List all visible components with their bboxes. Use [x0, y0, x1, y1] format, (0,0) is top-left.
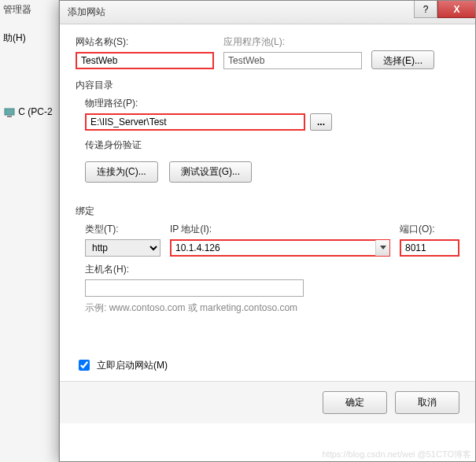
help-icon: ? [423, 4, 429, 15]
cancel-button[interactable]: 取消 [395, 391, 459, 414]
titlebar-close-button[interactable]: X [437, 1, 475, 18]
app-pool-input [223, 52, 362, 69]
phys-path-input[interactable] [85, 113, 305, 131]
type-select[interactable]: http [85, 239, 161, 257]
titlebar-help-button[interactable]: ? [414, 1, 437, 18]
dialog-footer: 确定 取消 [60, 381, 475, 423]
phys-path-label: 物理路径(P): [85, 97, 459, 110]
dialog-title: 添加网站 [68, 6, 105, 19]
bg-help-menu[interactable]: 助(H) [3, 31, 26, 45]
close-icon: X [453, 4, 459, 15]
app-pool-label: 应用程序池(L): [223, 35, 362, 49]
pass-auth-label: 传递身份验证 [85, 139, 459, 152]
computer-icon [3, 106, 16, 119]
binding-label: 绑定 [76, 205, 459, 218]
titlebar[interactable]: 添加网站 ? X [60, 1, 475, 24]
site-name-label: 网站名称(S): [76, 35, 214, 49]
start-immediately-checkbox[interactable] [79, 360, 90, 371]
browse-button[interactable]: ... [310, 113, 332, 131]
connect-as-button[interactable]: 连接为(C)... [85, 161, 158, 183]
test-settings-button[interactable]: 测试设置(G)... [169, 161, 252, 183]
tree-node-label: C (PC-2 [18, 106, 52, 117]
chevron-down-icon [380, 246, 386, 250]
ip-input[interactable] [170, 239, 390, 257]
hostname-label: 主机名(H): [85, 263, 459, 276]
svg-rect-1 [7, 116, 12, 117]
hostname-input[interactable] [85, 279, 304, 297]
dialog-body: 网站名称(S): 应用程序池(L): 选择(E)... 内容目录 物理路径(P)… [60, 24, 475, 381]
select-pool-button[interactable]: 选择(E)... [371, 50, 434, 69]
bg-manager-text: 管理器 [0, 0, 58, 20]
content-dir-label: 内容目录 [76, 79, 459, 92]
add-website-dialog: 添加网站 ? X 网站名称(S): 应用程序池(L): 选择(E)... 内容目… [59, 0, 476, 462]
svg-rect-0 [5, 109, 14, 115]
background-panel: 管理器 助(H) C (PC-2 [0, 0, 59, 462]
hostname-example: 示例: www.contoso.com 或 marketing.contoso.… [85, 301, 459, 315]
ok-button[interactable]: 确定 [323, 391, 387, 414]
type-label: 类型(T): [85, 223, 161, 236]
port-input[interactable] [400, 239, 459, 257]
bg-tree-node[interactable]: C (PC-2 [3, 106, 54, 119]
start-immediately-label: 立即启动网站(M) [97, 359, 168, 372]
site-name-input[interactable] [76, 52, 214, 69]
ip-label: IP 地址(I): [170, 223, 390, 236]
port-label: 端口(O): [400, 223, 459, 236]
ip-dropdown-button[interactable] [375, 240, 389, 256]
